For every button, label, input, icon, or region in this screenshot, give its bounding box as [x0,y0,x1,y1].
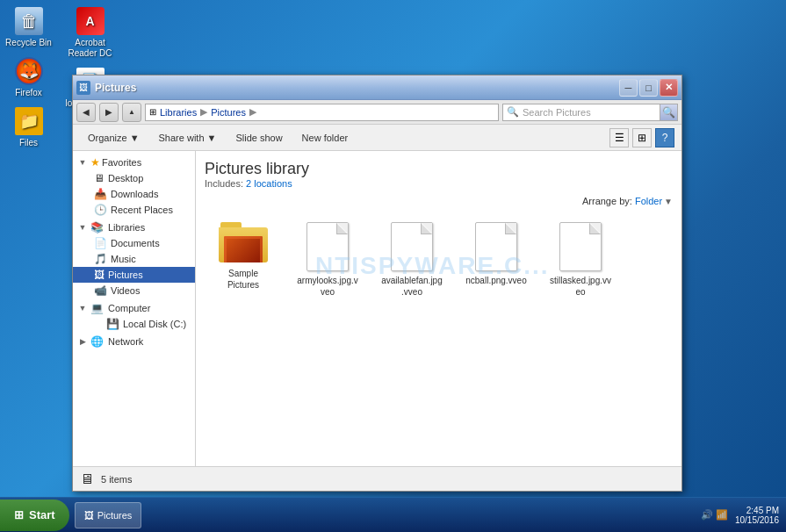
sidebar-item-videos[interactable]: 📹 Videos [73,283,195,298]
sidebar-downloads-label: Downloads [111,189,158,199]
favorites-expand-icon: ▼ [76,156,89,169]
libraries-expand-icon: ▼ [76,221,89,234]
desktop-icon-recycle-bin[interactable]: 🗑 Recycle Bin [0,4,57,52]
desktop-icons: 🗑 Recycle Bin 🦊 Firefox 📁 Files [0,0,61,532]
arrange-by-value[interactable]: Folder [635,196,662,206]
breadcrumb-sep2: ▶ [249,106,256,118]
taskbar-pictures-item[interactable]: 🖼 Pictures [75,502,142,528]
library-subtitle: Includes: 2 locations [205,178,673,189]
file-item-armylooks[interactable]: armylooks.jpg.vveo [292,219,363,301]
new-folder-label: New folder [302,133,349,143]
main-panel: Pictures library Includes: 2 locations A… [196,151,681,466]
file-item-ncball[interactable]: ncball.png.vveo [461,219,531,301]
view-icon-button[interactable]: ⊞ [632,128,652,147]
minimize-button[interactable]: ─ [619,79,638,97]
desktop-folder-icon: 🖥 [94,172,105,184]
sidebar-item-localdisk[interactable]: 💾 Local Disk (C:) [73,316,195,332]
sidebar-favorites-group[interactable]: ▼ ★ Favorites [73,155,195,170]
computer-expand-icon: ▼ [76,302,89,314]
file-item-availablefan[interactable]: availablefan.jpg.vveo [377,219,447,301]
windows-logo-icon: ⊞ [14,508,24,521]
clock: 2:45 PM 10/15/2016 [735,506,779,525]
desktop-icon-files[interactable]: 📁 Files [0,104,57,152]
firefox-icon: 🦊 [15,57,43,85]
search-placeholder: Search Pictures [523,107,656,118]
taskbar-pictures-label: Pictures [97,510,133,521]
network-expand-icon: ▶ [76,335,89,348]
file-item-sample-pictures[interactable]: Sample Pictures [208,219,278,301]
status-count: 5 items [101,474,132,485]
explorer-window: 🖼 Pictures ─ □ ✕ ◀ ▶ ▲ ⊞ Libraries ▶ Pic… [72,75,682,492]
slide-show-button[interactable]: Slide show [227,127,290,148]
arrange-by-label: Arrange by: [582,196,632,206]
title-bar-text: Pictures [95,82,619,94]
arrange-arrow-icon: ▼ [664,197,673,206]
help-button[interactable]: ? [655,128,674,147]
sidebar-item-documents[interactable]: 📄 Documents [73,235,195,251]
files-icon: 📁 [15,107,43,135]
organize-button[interactable]: Organize ▼ [80,127,148,148]
start-button[interactable]: ⊞ Start [0,500,69,531]
libraries-folder-icon: 📚 [90,221,105,234]
availablefan-label: availablefan.jpg.vveo [380,275,443,298]
view-list-button[interactable]: ☰ [609,128,629,147]
arrange-bar: Arrange by: Folder ▼ [205,196,673,206]
desktop-icon-acrobat[interactable]: A Acrobat Reader DC [61,4,119,62]
includes-link[interactable]: 2 locations [246,178,292,189]
breadcrumb-sep1: ▶ [200,106,207,118]
network-label: Network [108,336,143,347]
address-view-icon: ⊞ [149,107,156,117]
library-header: Pictures library Includes: 2 locations [205,160,673,189]
sidebar: ▼ ★ Favorites 🖥 Desktop 📥 Downloads 🕒 Re… [73,151,196,466]
stillasked-file-icon [559,222,602,271]
title-bar-icon: 🖼 [76,81,90,95]
close-button[interactable]: ✕ [660,79,678,97]
back-button[interactable]: ◀ [76,103,96,122]
search-glass-icon: 🔍 [507,106,519,118]
sidebar-recent-label: Recent Places [111,205,173,215]
sidebar-favorites-section: ▼ ★ Favorites 🖥 Desktop 📥 Downloads 🕒 Re… [73,155,195,218]
share-with-button[interactable]: Share with ▼ [151,127,225,148]
search-area: 🔍 Search Pictures 🔍 [502,104,678,121]
sidebar-item-music[interactable]: 🎵 Music [73,251,195,267]
address-input[interactable]: ⊞ Libraries ▶ Pictures ▶ [145,104,499,121]
search-box[interactable]: 🔍 Search Pictures [502,104,660,121]
sidebar-item-desktop[interactable]: 🖥 Desktop [73,170,195,186]
localdisk-icon: 💾 [106,318,119,330]
forward-button[interactable]: ▶ [99,103,119,122]
up-button[interactable]: ▲ [122,103,141,122]
status-computer-icon: 🖥 [80,471,94,487]
sidebar-item-recent[interactable]: 🕒 Recent Places [73,202,195,218]
clock-time: 2:45 PM [735,506,779,515]
sidebar-libraries-group[interactable]: ▼ 📚 Libraries [73,219,195,235]
taskbar: ⊞ Start 🖼 Pictures 🔊 📶 2:45 PM 10/15/201… [0,497,786,532]
taskbar-right: 🔊 📶 2:45 PM 10/15/2016 [701,506,786,525]
maximize-button[interactable]: □ [639,79,658,97]
new-folder-button[interactable]: New folder [294,127,357,148]
recent-folder-icon: 🕒 [94,204,107,216]
slide-show-label: Slide show [235,133,282,143]
sidebar-network-group[interactable]: ▶ 🌐 Network [73,334,195,349]
sidebar-network-section: ▶ 🌐 Network [73,334,195,349]
sidebar-desktop-label: Desktop [108,173,143,183]
sidebar-item-pictures[interactable]: 🖼 Pictures [73,267,195,283]
sidebar-libraries-section: ▼ 📚 Libraries 📄 Documents 🎵 Music 🖼 Pict… [73,219,195,298]
file-item-stillasked[interactable]: stillasked.jpg.vveo [545,219,616,301]
search-button[interactable]: 🔍 [660,104,678,121]
acrobat-label: Acrobat Reader DC [65,38,115,59]
breadcrumb-pictures[interactable]: Pictures [211,107,246,118]
desktop-icon-firefox[interactable]: 🦊 Firefox [0,54,57,102]
recycle-bin-label: Recycle Bin [5,38,52,48]
toolbar: Organize ▼ Share with ▼ Slide show New f… [73,125,681,151]
sidebar-computer-group[interactable]: ▼ 💻 Computer [73,300,195,316]
sidebar-item-downloads[interactable]: 📥 Downloads [73,186,195,202]
documents-folder-icon: 📄 [94,237,107,249]
includes-label: Includes: [205,178,243,189]
share-with-label: Share with [159,133,205,143]
downloads-folder-icon: 📥 [94,188,107,200]
content-area: ▼ ★ Favorites 🖥 Desktop 📥 Downloads 🕒 Re… [73,151,681,466]
availablefan-file-icon [391,222,433,271]
pictures-folder-icon: 🖼 [94,269,105,281]
breadcrumb-libraries[interactable]: Libraries [160,107,197,118]
sidebar-pictures-label: Pictures [108,270,143,280]
